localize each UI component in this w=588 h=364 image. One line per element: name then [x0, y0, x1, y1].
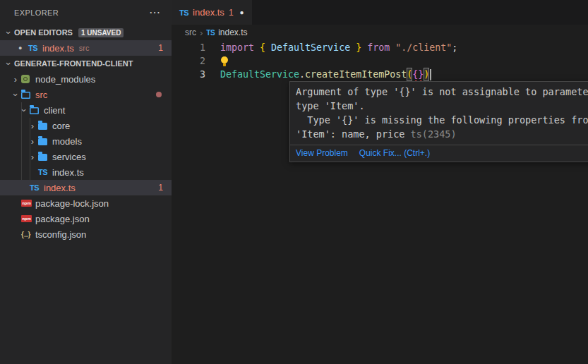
text-cursor [430, 69, 431, 80]
breadcrumb-item-src[interactable]: src [185, 28, 196, 37]
tab-bar: TS index.ts 1 ● [172, 0, 588, 25]
breadcrumb-separator-icon: › [200, 28, 203, 38]
tree-item-package-lock-json[interactable]: npm package-lock.json [0, 195, 172, 211]
more-actions-icon[interactable]: ⋯ [146, 6, 163, 19]
folder-icon [38, 154, 47, 161]
token-dot: . [299, 68, 305, 81]
token-keyword-from: from [367, 41, 395, 54]
chevron-down-icon[interactable]: › [4, 58, 14, 69]
folder-icon [38, 123, 47, 130]
npm-icon: npm [21, 215, 32, 222]
tab-error-count: 1 [229, 8, 234, 18]
tab-index-ts[interactable]: TS index.ts 1 ● [172, 0, 252, 25]
open-editor-item[interactable]: ● TS index.ts src 1 [0, 40, 172, 56]
token-open-paren-bracket-match: ( [407, 68, 412, 81]
explorer-title: EXPLORER [14, 8, 146, 17]
ts-icon: TS [206, 29, 215, 37]
ts-icon: TS [30, 183, 39, 192]
tooltip-message-text: 'Item': name, price [296, 128, 411, 140]
token-open-brace: { [260, 41, 271, 54]
token-keyword-import: import [220, 41, 260, 54]
tab-modified-dot-icon[interactable]: ● [240, 8, 244, 16]
chevron-right-icon[interactable]: › [10, 74, 21, 85]
folder-open-icon [30, 107, 39, 114]
ts-icon: TS [28, 44, 37, 52]
chevron-right-icon[interactable]: › [27, 152, 38, 162]
lightbulb-icon[interactable] [220, 56, 229, 67]
section-open-editors[interactable]: › OPEN EDITORS 1 UNSAVED [0, 25, 172, 40]
tree-item-label: package.json [35, 214, 90, 224]
file-tree: › node_modules › src › client › core › m… [0, 71, 172, 242]
open-editors-label: OPEN EDITORS [14, 28, 73, 37]
tree-item-label: index.ts [52, 167, 84, 178]
tree-item-label: client [44, 105, 65, 116]
editor-group: TS index.ts 1 ● src › TS index.ts 1 impo… [172, 0, 588, 364]
error-tooltip: Argument of type '{}' is not assignable … [289, 81, 588, 162]
line-number: 2 [172, 54, 205, 68]
tree-item-node-modules[interactable]: › node_modules [0, 71, 172, 87]
project-label: GENERATE-FRONTEND-CLIENT [14, 59, 133, 68]
explorer-title-bar: EXPLORER ⋯ [0, 0, 172, 25]
token-service-class: DefaultService [220, 68, 299, 81]
error-count-badge: 1 [158, 183, 163, 193]
npm-icon: npm [21, 200, 32, 207]
token-module-string: "./client" [395, 41, 452, 54]
tree-item-client-index-ts[interactable]: TS index.ts [0, 164, 172, 180]
view-problem-link[interactable]: View Problem [296, 148, 348, 158]
node-modules-folder-icon [21, 75, 30, 83]
tree-item-models[interactable]: › models [0, 133, 172, 149]
code-line-2: 2 [172, 54, 588, 68]
tree-item-label: models [52, 136, 82, 147]
diagnostic-code: ts(2345) [411, 128, 457, 140]
tooltip-actions: View Problem Quick Fix... (Ctrl+.) [290, 145, 588, 162]
chevron-right-icon[interactable]: › [27, 136, 38, 147]
tooltip-message-line: 'Item': name, price ts(2345) [296, 127, 588, 141]
token-semicolon: ; [452, 41, 457, 54]
section-project[interactable]: › GENERATE-FRONTEND-CLIENT [0, 56, 172, 71]
token-close-paren-bracket-match: ) [424, 68, 429, 81]
tree-item-client[interactable]: › client [0, 102, 172, 118]
ts-icon: TS [179, 8, 188, 17]
quick-fix-link[interactable]: Quick Fix... (Ctrl+.) [359, 148, 430, 158]
chevron-down-icon[interactable]: › [11, 89, 21, 100]
line-number: 1 [172, 41, 205, 54]
open-editor-file-name: index.ts [42, 43, 74, 54]
braces-config-icon: {..} [21, 231, 30, 238]
modified-dot-badge [156, 92, 162, 97]
code-line-1: 1 import { DefaultService } from "./clie… [172, 41, 588, 54]
tooltip-message-line: Type '{}' is missing the following prope… [296, 113, 588, 127]
tree-item-label: services [52, 152, 86, 162]
tree-item-core[interactable]: › core [0, 118, 172, 133]
tree-item-tsconfig-json[interactable]: {..} tsconfig.json [0, 226, 172, 242]
tree-item-label: core [52, 121, 70, 131]
ts-icon: TS [38, 168, 47, 176]
chevron-right-icon[interactable]: › [27, 121, 38, 131]
tooltip-message: Argument of type '{}' is not assignable … [290, 82, 588, 145]
folder-icon [38, 138, 47, 145]
tree-item-label: node_modules [35, 74, 95, 85]
token-error-argument: {} [412, 68, 424, 81]
chevron-down-icon[interactable]: › [19, 104, 30, 116]
token-close-brace: } [350, 41, 367, 54]
modified-dot-icon[interactable]: ● [18, 44, 28, 51]
open-editor-file-description: src [79, 44, 90, 52]
code-editor[interactable]: 1 import { DefaultService } from "./clie… [172, 41, 588, 81]
tree-item-label: package-lock.json [35, 198, 109, 209]
explorer-sidebar: EXPLORER ⋯ › OPEN EDITORS 1 UNSAVED ● TS… [0, 0, 172, 364]
unsaved-badge: 1 UNSAVED [78, 28, 124, 37]
tree-item-label: index.ts [44, 183, 76, 193]
code-line-3: 3 DefaultService.createItemItemPost({}) [172, 68, 588, 81]
breadcrumb-item-file[interactable]: index.ts [218, 28, 247, 37]
tree-item-src-index-ts[interactable]: TS index.ts 1 [0, 180, 172, 195]
tree-item-package-json[interactable]: npm package.json [0, 211, 172, 226]
token-named-import: DefaultService [271, 41, 350, 54]
chevron-down-icon[interactable]: › [4, 27, 14, 38]
tree-item-src[interactable]: › src [0, 87, 172, 102]
tree-item-label: tsconfig.json [35, 229, 86, 240]
tree-item-label: src [35, 90, 47, 100]
breadcrumb: src › TS index.ts [172, 25, 588, 40]
error-count-badge: 1 [158, 43, 163, 53]
token-method: createItemItemPost [305, 68, 407, 81]
tree-item-services[interactable]: › services [0, 149, 172, 164]
folder-open-icon [21, 92, 30, 99]
